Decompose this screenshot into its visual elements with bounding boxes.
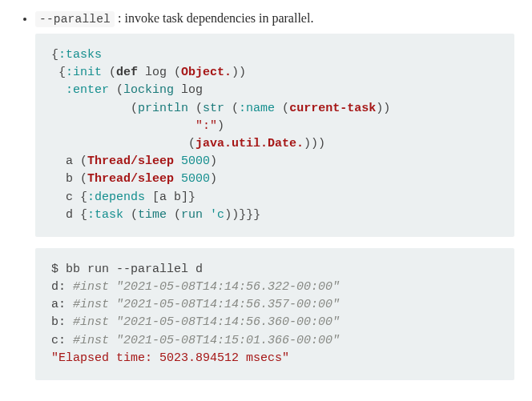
bullet-item: --parallel : invoke task dependencies in… bbox=[35, 11, 514, 380]
bullet-desc: : invoke task dependencies in parallel. bbox=[115, 11, 313, 25]
shell-output-block: $ bb run --parallel d d: #inst "2021-05-… bbox=[35, 248, 514, 380]
clojure-code-block: {:tasks {:init (def log (Object.)) :ente… bbox=[35, 34, 514, 237]
flag-code: --parallel bbox=[35, 11, 115, 27]
